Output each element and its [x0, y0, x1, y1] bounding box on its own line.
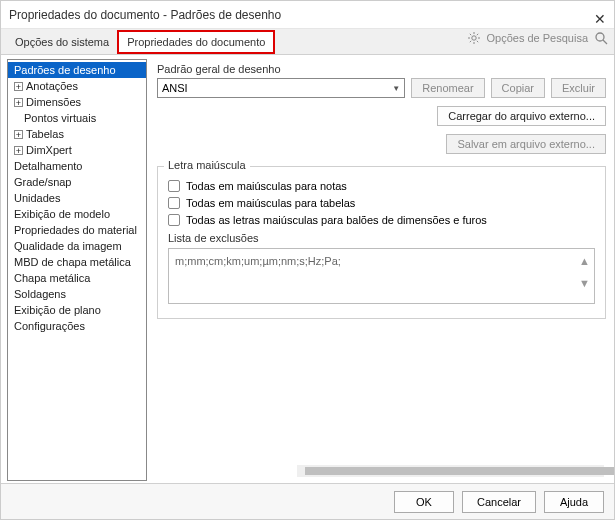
svg-line-7	[477, 34, 478, 35]
tree-item-label: Qualidade da imagem	[14, 240, 122, 252]
exclusion-label: Lista de exclusões	[168, 232, 595, 244]
tree-item[interactable]: Qualidade da imagem	[8, 238, 146, 254]
search-input[interactable]: Opções de Pesquisa	[486, 32, 588, 44]
tree-item-label: DimXpert	[26, 144, 72, 156]
expand-icon[interactable]: +	[14, 98, 23, 107]
tree-item[interactable]: Soldagens	[8, 286, 146, 302]
svg-point-9	[596, 33, 604, 41]
tree-item-label: Tabelas	[26, 128, 64, 140]
expand-icon[interactable]: +	[14, 130, 23, 139]
tree-item[interactable]: Grade/snap	[8, 174, 146, 190]
tree-item[interactable]: Configurações	[8, 318, 146, 334]
checkbox-uppercase-balloons[interactable]	[168, 214, 180, 226]
rename-button[interactable]: Renomear	[411, 78, 484, 98]
tree-item-label: Detalhamento	[14, 160, 83, 172]
checkbox-uppercase-notes[interactable]	[168, 180, 180, 192]
search-area: Opções de Pesquisa	[468, 31, 608, 45]
delete-button[interactable]: Excluir	[551, 78, 606, 98]
tree-item-label: Propriedades do material	[14, 224, 137, 236]
label-uppercase-balloons: Todas as letras maiúsculas para balões d…	[186, 214, 487, 226]
tree-item-label: Soldagens	[14, 288, 66, 300]
main-panel: Padrão geral de desenho ANSI ▼ Renomear …	[147, 55, 614, 485]
ok-button[interactable]: OK	[394, 491, 454, 513]
svg-line-10	[603, 40, 607, 44]
tree-item[interactable]: Unidades	[8, 190, 146, 206]
search-icon[interactable]	[594, 31, 608, 45]
tree-item-label: Unidades	[14, 192, 60, 204]
tree-item-label: Pontos virtuais	[24, 112, 96, 124]
tree-item-label: Configurações	[14, 320, 85, 332]
label-uppercase-tables: Todas em maiúsculas para tabelas	[186, 197, 355, 209]
expand-icon[interactable]: +	[14, 82, 23, 91]
svg-line-8	[470, 41, 471, 42]
dialog-footer: OK Cancelar Ajuda	[1, 483, 614, 519]
save-external-button[interactable]: Salvar em arquivo externo...	[446, 134, 606, 154]
title-bar: Propriedades do documento - Padrões de d…	[1, 1, 614, 29]
tree-item-label: Exibição de plano	[14, 304, 101, 316]
standard-dropdown[interactable]: ANSI ▼	[157, 78, 405, 98]
tree-item[interactable]: Detalhamento	[8, 158, 146, 174]
tree-item-label: Anotações	[26, 80, 78, 92]
tab-document-properties[interactable]: Propriedades do documento	[117, 30, 275, 54]
chevron-down-icon: ▼	[392, 84, 400, 93]
expand-icon[interactable]: +	[14, 146, 23, 155]
tree-item-label: MBD de chapa metálica	[14, 256, 131, 268]
category-tree[interactable]: Padrões de desenho+Anotações+DimensõesPo…	[7, 59, 147, 481]
svg-point-0	[472, 36, 476, 40]
svg-line-5	[470, 34, 471, 35]
tree-item-label: Dimensões	[26, 96, 81, 108]
tree-item[interactable]: MBD de chapa metálica	[8, 254, 146, 270]
tree-item[interactable]: Chapa metálica	[8, 270, 146, 286]
help-button[interactable]: Ajuda	[544, 491, 604, 513]
uppercase-group: Letra maiúscula Todas em maiúsculas para…	[157, 166, 606, 319]
label-uppercase-notes: Todas em maiúsculas para notas	[186, 180, 347, 192]
tree-item-label: Grade/snap	[14, 176, 71, 188]
gear-icon[interactable]	[468, 32, 480, 44]
window-title: Propriedades do documento - Padrões de d…	[9, 8, 281, 22]
tree-item[interactable]: +Anotações	[8, 78, 146, 94]
tree-item[interactable]: Propriedades do material	[8, 222, 146, 238]
standard-value: ANSI	[162, 82, 188, 94]
svg-line-6	[477, 41, 478, 42]
checkbox-uppercase-tables[interactable]	[168, 197, 180, 209]
spin-down-icon[interactable]: ▼	[579, 277, 590, 289]
tree-item[interactable]: +Dimensões	[8, 94, 146, 110]
exclusion-list-input[interactable]: m;mm;cm;km;um;µm;nm;s;Hz;Pa; ▲ ▼	[168, 248, 595, 304]
tree-item[interactable]: Exibição de plano	[8, 302, 146, 318]
tree-item[interactable]: +DimXpert	[8, 142, 146, 158]
spin-up-icon[interactable]: ▲	[579, 255, 590, 267]
uppercase-legend: Letra maiúscula	[164, 159, 250, 171]
tab-system-options[interactable]: Opções do sistema	[7, 32, 117, 52]
tab-bar: Opções do sistema Propriedades do docume…	[1, 29, 614, 55]
tree-item-label: Padrões de desenho	[14, 64, 116, 76]
tree-item-label: Exibição de modelo	[14, 208, 110, 220]
scrollbar-thumb[interactable]	[305, 467, 615, 475]
tree-item-label: Chapa metálica	[14, 272, 90, 284]
tree-item[interactable]: +Tabelas	[8, 126, 146, 142]
tree-item[interactable]: Padrões de desenho	[8, 62, 146, 78]
tree-item[interactable]: Exibição de modelo	[8, 206, 146, 222]
standard-label: Padrão geral de desenho	[157, 63, 606, 75]
exclusion-value: m;mm;cm;km;um;µm;nm;s;Hz;Pa;	[175, 255, 341, 267]
copy-button[interactable]: Copiar	[491, 78, 545, 98]
load-external-button[interactable]: Carregar do arquivo externo...	[437, 106, 606, 126]
horizontal-scrollbar[interactable]	[297, 465, 604, 477]
cancel-button[interactable]: Cancelar	[462, 491, 536, 513]
tree-item[interactable]: Pontos virtuais	[8, 110, 146, 126]
